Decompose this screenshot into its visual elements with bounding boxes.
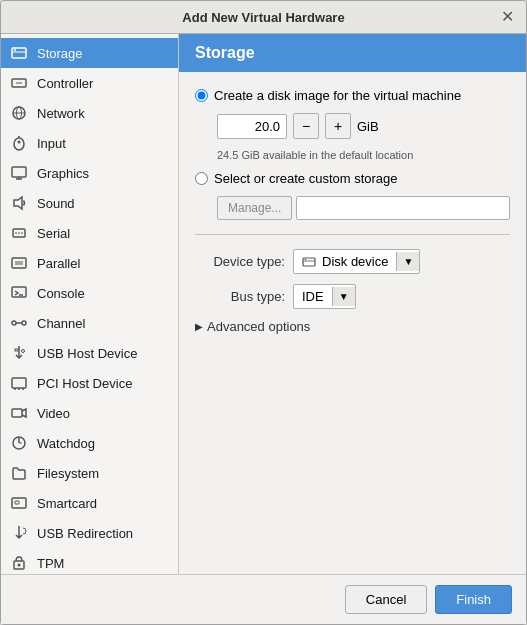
sidebar-label-smartcard: Smartcard bbox=[37, 496, 97, 511]
title-bar: Add New Virtual Hardware ✕ bbox=[1, 1, 526, 34]
svg-point-25 bbox=[22, 321, 26, 325]
svg-point-8 bbox=[14, 138, 24, 150]
sidebar-label-network: Network bbox=[37, 106, 85, 121]
sidebar-item-console[interactable]: Console bbox=[1, 278, 178, 308]
sidebar-label-video: Video bbox=[37, 406, 70, 421]
manage-button[interactable]: Manage... bbox=[217, 196, 292, 220]
disk-device-icon bbox=[302, 255, 316, 269]
finish-button[interactable]: Finish bbox=[435, 585, 512, 614]
svg-rect-19 bbox=[12, 258, 26, 268]
manage-path-input[interactable] bbox=[296, 196, 510, 220]
svg-point-10 bbox=[18, 141, 21, 144]
svg-rect-0 bbox=[12, 48, 26, 58]
tpm-icon bbox=[9, 553, 29, 573]
sidebar-item-usb-redirection[interactable]: USB Redirection bbox=[1, 518, 178, 548]
input-icon bbox=[9, 133, 29, 153]
disk-size-row: − + GiB bbox=[217, 113, 510, 139]
sidebar-item-video[interactable]: Video bbox=[1, 398, 178, 428]
device-type-value: Disk device bbox=[294, 250, 396, 273]
sidebar-label-channel: Channel bbox=[37, 316, 85, 331]
bus-type-row: Bus type: IDE ▼ bbox=[195, 284, 510, 309]
sidebar-label-sound: Sound bbox=[37, 196, 75, 211]
svg-rect-33 bbox=[12, 409, 22, 417]
sidebar-label-controller: Controller bbox=[37, 76, 93, 91]
separator bbox=[195, 234, 510, 235]
bus-type-dropdown[interactable]: IDE ▼ bbox=[293, 284, 356, 309]
sidebar-label-filesystem: Filesystem bbox=[37, 466, 99, 481]
sidebar-item-input[interactable]: Input bbox=[1, 128, 178, 158]
pci-host-icon bbox=[9, 373, 29, 393]
avail-text: 24.5 GiB available in the default locati… bbox=[217, 149, 510, 161]
controller-icon bbox=[9, 73, 29, 93]
svg-rect-11 bbox=[12, 167, 26, 177]
sidebar-item-serial[interactable]: Serial bbox=[1, 218, 178, 248]
sidebar-item-network[interactable]: Network bbox=[1, 98, 178, 128]
sidebar-item-smartcard[interactable]: Smartcard bbox=[1, 488, 178, 518]
sidebar-item-pci-host-device[interactable]: PCI Host Device bbox=[1, 368, 178, 398]
video-icon bbox=[9, 403, 29, 423]
sidebar-label-storage: Storage bbox=[37, 46, 83, 61]
usb-host-icon bbox=[9, 343, 29, 363]
disk-image-radio[interactable] bbox=[195, 89, 208, 102]
manage-row: Manage... bbox=[217, 196, 510, 220]
custom-storage-radio-row: Select or create custom storage bbox=[195, 171, 510, 186]
usb-redirection-icon bbox=[9, 523, 29, 543]
sidebar-item-graphics[interactable]: Graphics bbox=[1, 158, 178, 188]
device-type-arrow: ▼ bbox=[396, 252, 419, 271]
smartcard-icon bbox=[9, 493, 29, 513]
dialog-body: Storage Controller bbox=[1, 34, 526, 574]
disk-image-radio-row: Create a disk image for the virtual mach… bbox=[195, 88, 510, 103]
custom-storage-radio[interactable] bbox=[195, 172, 208, 185]
sidebar-item-sound[interactable]: Sound bbox=[1, 188, 178, 218]
console-icon bbox=[9, 283, 29, 303]
sidebar-label-pci-host-device: PCI Host Device bbox=[37, 376, 132, 391]
sidebar-label-graphics: Graphics bbox=[37, 166, 89, 181]
watchdog-icon bbox=[9, 433, 29, 453]
advanced-arrow-icon: ▶ bbox=[195, 321, 203, 332]
sidebar-item-usb-host-device[interactable]: USB Host Device bbox=[1, 338, 178, 368]
disk-size-input[interactable] bbox=[217, 114, 287, 139]
sidebar-label-tpm: TPM bbox=[37, 556, 64, 571]
svg-rect-29 bbox=[12, 378, 26, 388]
sidebar-item-tpm[interactable]: TPM bbox=[1, 548, 178, 574]
sidebar-item-storage[interactable]: Storage bbox=[1, 38, 178, 68]
sidebar-label-usb-host-device: USB Host Device bbox=[37, 346, 137, 361]
storage-icon bbox=[9, 43, 29, 63]
svg-point-28 bbox=[22, 350, 25, 353]
sidebar-label-input: Input bbox=[37, 136, 66, 151]
device-type-label: Device type: bbox=[195, 254, 285, 269]
sidebar-item-filesystem[interactable]: Filesystem bbox=[1, 458, 178, 488]
device-type-row: Device type: Disk device ▼ bbox=[195, 249, 510, 274]
disk-image-label: Create a disk image for the virtual mach… bbox=[214, 88, 461, 103]
filesystem-icon bbox=[9, 463, 29, 483]
graphics-icon bbox=[9, 163, 29, 183]
cancel-button[interactable]: Cancel bbox=[345, 585, 427, 614]
decrement-button[interactable]: − bbox=[293, 113, 319, 139]
increment-button[interactable]: + bbox=[325, 113, 351, 139]
device-type-dropdown[interactable]: Disk device ▼ bbox=[293, 249, 420, 274]
sound-icon bbox=[9, 193, 29, 213]
sidebar-item-parallel[interactable]: Parallel bbox=[1, 248, 178, 278]
advanced-options-row[interactable]: ▶ Advanced options bbox=[195, 319, 510, 334]
advanced-options-label: Advanced options bbox=[207, 319, 310, 334]
sidebar: Storage Controller bbox=[1, 34, 179, 574]
parallel-icon bbox=[9, 253, 29, 273]
disk-unit: GiB bbox=[357, 119, 379, 134]
sidebar-item-channel[interactable]: Channel bbox=[1, 308, 178, 338]
dialog-title: Add New Virtual Hardware bbox=[29, 10, 498, 25]
svg-point-24 bbox=[12, 321, 16, 325]
content-area: Storage Create a disk image for the virt… bbox=[179, 34, 526, 574]
dialog: Add New Virtual Hardware ✕ Storage bbox=[0, 0, 527, 625]
content-header: Storage bbox=[179, 34, 526, 72]
network-icon bbox=[9, 103, 29, 123]
footer: Cancel Finish bbox=[1, 574, 526, 624]
sidebar-item-controller[interactable]: Controller bbox=[1, 68, 178, 98]
channel-icon bbox=[9, 313, 29, 333]
svg-rect-27 bbox=[15, 349, 18, 351]
svg-point-2 bbox=[14, 49, 16, 51]
sidebar-label-usb-redirection: USB Redirection bbox=[37, 526, 133, 541]
sidebar-label-serial: Serial bbox=[37, 226, 70, 241]
sidebar-item-watchdog[interactable]: Watchdog bbox=[1, 428, 178, 458]
svg-rect-38 bbox=[15, 501, 19, 504]
close-button[interactable]: ✕ bbox=[498, 8, 516, 26]
